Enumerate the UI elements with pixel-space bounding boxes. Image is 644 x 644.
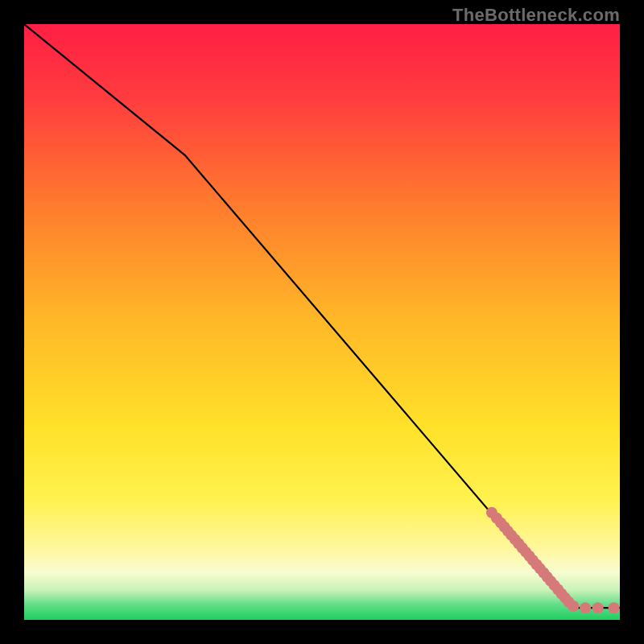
chart-stage: TheBottleneck.com [0, 0, 644, 644]
scatter-dot [592, 602, 604, 613]
gradient-background [24, 24, 620, 620]
scatter-dot [568, 601, 579, 612]
chart-svg [24, 24, 620, 620]
watermark-text: TheBottleneck.com [452, 5, 620, 26]
scatter-dot [580, 602, 591, 613]
scatter-dot [609, 602, 620, 613]
plot-area [24, 24, 620, 620]
